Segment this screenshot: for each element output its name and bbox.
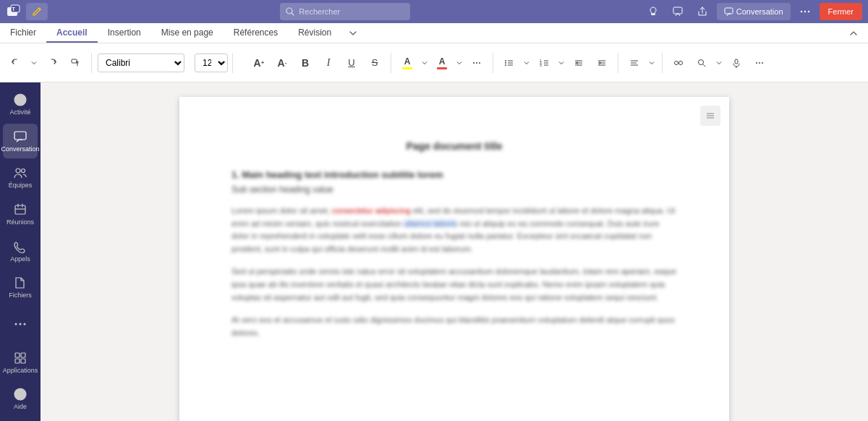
- search-bar: [280, 3, 410, 20]
- sidebar-item-appels[interactable]: Appels: [3, 234, 38, 269]
- highlight-dropdown[interactable]: [420, 53, 429, 73]
- svg-text:T: T: [12, 7, 16, 12]
- sidebar-fichiers-label: Fichiers: [9, 292, 32, 299]
- separator-2: [232, 53, 233, 73]
- svg-point-11: [476, 62, 477, 64]
- svg-point-15: [505, 64, 506, 66]
- sidebar-item-aide[interactable]: ? Aide: [3, 381, 38, 417]
- tab-accueil[interactable]: Accueil: [46, 23, 98, 43]
- search-input[interactable]: [299, 7, 400, 16]
- ribbon-collapse-btn[interactable]: [845, 23, 862, 43]
- svg-point-29: [22, 169, 25, 173]
- svg-point-21: [699, 59, 704, 64]
- svg-rect-36: [15, 359, 20, 363]
- highlight-color-button[interactable]: A: [397, 53, 417, 73]
- dictate-button[interactable]: [726, 53, 746, 73]
- highlighted-blue-text: ullamco laboris: [404, 219, 456, 228]
- decrease-indent-button[interactable]: [569, 53, 589, 73]
- increase-indent-button[interactable]: [592, 53, 612, 73]
- sidebar-appels-label: Appels: [10, 255, 30, 263]
- undo-button[interactable]: [6, 53, 26, 73]
- ribbon-tabs: Fichier Accueil Insertion Mise en page R…: [0, 23, 868, 43]
- bold-button[interactable]: B: [295, 53, 315, 73]
- edit-pencil-button[interactable]: [26, 3, 48, 20]
- find-replace-button[interactable]: [692, 53, 712, 73]
- conversation-label: Conversation: [736, 7, 783, 16]
- tab-references[interactable]: Références: [224, 23, 288, 43]
- sidebar-item-applications[interactable]: Applications: [3, 345, 38, 380]
- sidebar-aide-label: Aide: [14, 403, 27, 411]
- sidebar-equipes-label: Équipes: [9, 182, 33, 190]
- separator-3: [391, 53, 391, 73]
- svg-rect-4: [673, 7, 682, 14]
- svg-rect-22: [735, 59, 738, 64]
- more-toolbar-button[interactable]: [749, 53, 770, 73]
- separator-5: [618, 53, 618, 73]
- lightbulb-icon-btn[interactable]: [643, 1, 663, 22]
- redo-button[interactable]: [42, 53, 62, 73]
- format-painter-button[interactable]: [65, 53, 85, 73]
- page-content: Page document title 1. Main heading text…: [231, 140, 677, 339]
- numbered-list-dropdown[interactable]: [557, 53, 566, 73]
- svg-point-20: [679, 61, 683, 64]
- strikethrough-button[interactable]: S: [365, 53, 385, 73]
- svg-point-31: [15, 323, 17, 326]
- svg-point-25: [762, 62, 763, 64]
- document-paragraph3: At vero eos et accusamus et iusto odio d…: [231, 314, 677, 339]
- sidebar-item-activite[interactable]: Activité: [3, 87, 38, 122]
- share-icon-btn[interactable]: [692, 1, 712, 22]
- bullet-list-button[interactable]: [499, 53, 519, 73]
- svg-rect-27: [14, 132, 26, 140]
- separator-4: [493, 53, 493, 73]
- styles-button[interactable]: [668, 53, 689, 73]
- svg-rect-37: [21, 359, 25, 363]
- tab-insertion[interactable]: Insertion: [98, 23, 151, 43]
- sidebar-item-more[interactable]: [3, 307, 38, 342]
- tab-mise-en-page[interactable]: Mise en page: [151, 23, 224, 43]
- tab-more-chevron[interactable]: [343, 23, 363, 43]
- svg-point-28: [16, 169, 20, 173]
- find-dropdown[interactable]: [715, 53, 723, 73]
- sidebar-item-fichiers[interactable]: Fichiers: [3, 270, 38, 305]
- comment-icon-btn[interactable]: [668, 1, 688, 22]
- svg-rect-9: [72, 59, 77, 63]
- sidebar-item-conversation[interactable]: Conversation: [3, 124, 38, 159]
- svg-point-33: [24, 323, 26, 326]
- font-size-increase-button[interactable]: A +: [249, 53, 269, 73]
- conversation-button[interactable]: Conversation: [717, 3, 791, 20]
- svg-point-12: [479, 62, 480, 64]
- svg-point-10: [473, 62, 475, 64]
- page-option-icon[interactable]: [700, 106, 720, 126]
- more-options-icon[interactable]: [795, 1, 815, 22]
- document-area: Page document title 1. Main heading text…: [41, 82, 868, 421]
- font-color-button[interactable]: A: [432, 53, 452, 73]
- main-area: Activité Conversation Équipes: [0, 82, 868, 421]
- font-family-select[interactable]: Calibri: [98, 54, 184, 72]
- sidebar-item-equipes[interactable]: Équipes: [3, 160, 38, 195]
- sidebar-applications-label: Applications: [3, 367, 38, 375]
- bullet-list-dropdown[interactable]: [522, 53, 531, 73]
- fermer-button[interactable]: Fermer: [820, 3, 862, 20]
- more-formatting-button[interactable]: [467, 53, 487, 73]
- document-paragraph1: Lorem ipsum dolor sit amet, consectetur …: [231, 205, 677, 255]
- document-subheading1: Sub section heading value: [231, 184, 677, 195]
- document-title: Page document title: [231, 140, 677, 152]
- highlighted-red-text: consectetur adipiscing: [332, 206, 411, 215]
- font-color-dropdown[interactable]: [455, 53, 464, 73]
- underline-button[interactable]: U: [341, 53, 362, 73]
- numbered-list-button[interactable]: 1.2.3.: [534, 53, 554, 73]
- italic-button[interactable]: I: [318, 53, 339, 73]
- tab-revision[interactable]: Révision: [288, 23, 341, 43]
- font-size-decrease-button[interactable]: A -: [272, 53, 292, 73]
- document-paragraph2: Sed ut perspiciatis unde omnis iste natu…: [231, 265, 677, 304]
- sidebar-item-reunions[interactable]: Réunions: [3, 197, 38, 232]
- svg-point-13: [505, 60, 506, 61]
- svg-rect-35: [21, 353, 25, 357]
- undo-dropdown[interactable]: [29, 53, 39, 73]
- text-align-button[interactable]: [624, 53, 644, 73]
- text-align-dropdown[interactable]: [647, 53, 656, 73]
- svg-text:?: ?: [19, 391, 23, 399]
- font-size-select[interactable]: 12: [195, 54, 228, 72]
- teams-app-icon: T: [6, 4, 22, 20]
- tab-fichier[interactable]: Fichier: [0, 23, 46, 43]
